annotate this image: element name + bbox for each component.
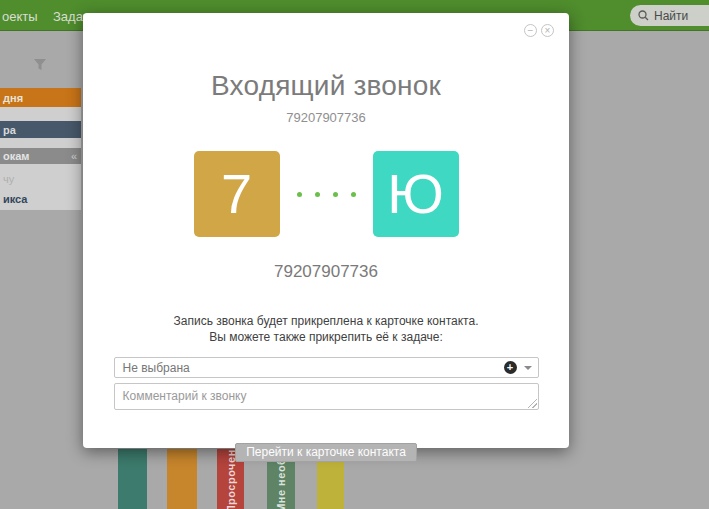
dot (297, 192, 302, 197)
incoming-call-dialog: − × Входящий звонок 79207907736 7 Ю 7920… (83, 13, 569, 448)
sidebar-item-today[interactable]: дня (0, 88, 81, 107)
add-task-icon[interactable]: + (504, 361, 517, 374)
connection-dots (280, 192, 373, 197)
sidebar-strip (0, 107, 81, 121)
sidebar-item-filter-1[interactable]: чу (0, 171, 81, 186)
attach-note: Запись звонка будет прикреплена к карточ… (83, 313, 569, 345)
close-icon[interactable]: × (541, 24, 554, 37)
sidebar-group-header[interactable]: окам « (0, 148, 81, 164)
sidebar-strip (0, 138, 81, 148)
call-participants: 7 Ю (83, 151, 569, 237)
task-select-value: Не выбрана (123, 361, 190, 375)
search-box[interactable] (630, 5, 709, 26)
callee-avatar[interactable]: Ю (373, 151, 459, 237)
dot (333, 192, 338, 197)
search-icon (638, 10, 649, 21)
dot (315, 192, 320, 197)
chevron-down-icon[interactable] (524, 366, 532, 370)
window-controls: − × (524, 24, 554, 37)
dot (351, 192, 356, 197)
comment-field-wrapper (114, 383, 539, 410)
caller-phone-number: 79207907736 (83, 110, 569, 125)
nav-item-projects[interactable]: оекты (2, 9, 38, 24)
collapse-chevron-icon[interactable]: « (71, 150, 77, 162)
sidebar-group-label: окам (3, 150, 29, 162)
attach-note-line2: Вы можете также прикрепить её к задаче: (83, 329, 569, 345)
sidebar-item-yesterday[interactable]: ра (0, 121, 81, 138)
task-select[interactable]: Не выбрана + (114, 357, 539, 378)
call-comment-input[interactable] (115, 384, 538, 409)
caller-avatar[interactable]: 7 (194, 151, 280, 237)
sidebar-item-filter-2[interactable]: икса (0, 191, 81, 207)
minimize-icon[interactable]: − (524, 24, 537, 37)
attach-note-line1: Запись звонка будет прикреплена к карточ… (83, 313, 569, 329)
filter-funnel-icon[interactable] (33, 58, 47, 71)
phone-number-repeat: 79207907736 (83, 262, 569, 282)
go-to-contact-card-button[interactable]: Перейти к карточке контакта (235, 443, 417, 462)
sidebar: дня ра окам « чу икса (0, 31, 81, 509)
search-input[interactable] (654, 9, 706, 23)
dialog-title: Входящий звонок (83, 70, 569, 102)
task-select-controls: + (504, 358, 532, 377)
